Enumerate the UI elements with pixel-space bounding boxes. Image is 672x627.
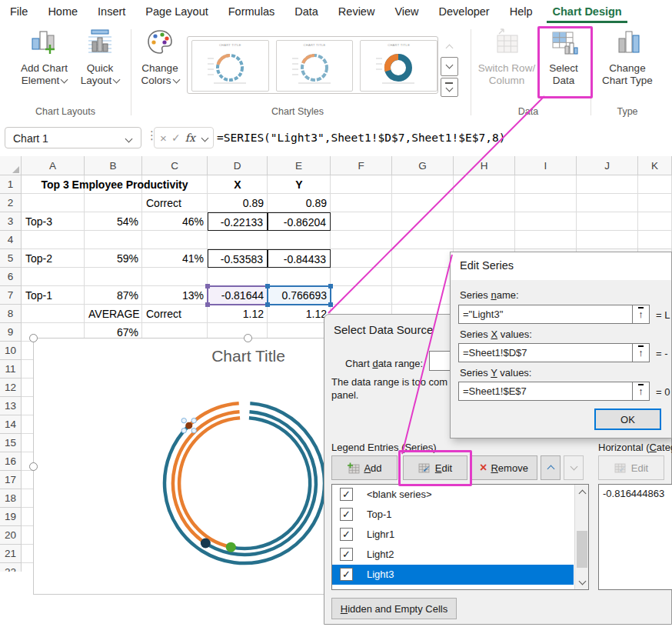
cell-D1[interactable]: X <box>208 175 268 194</box>
row-header-10[interactable]: 10 <box>0 342 22 360</box>
row-header-4[interactable]: 4 <box>0 231 22 249</box>
cell-A1[interactable]: Top 3 Employee Productivity <box>22 175 208 194</box>
gallery-down-button[interactable] <box>441 57 458 76</box>
horizontal-values-list[interactable]: -0.816444863 <box>598 484 672 590</box>
chart-handle-top-middle[interactable] <box>244 334 252 342</box>
row-header-6[interactable]: 6 <box>0 268 22 286</box>
series-list-item-light2[interactable]: ✓Light2 <box>332 545 574 565</box>
cell-B3[interactable]: 54% <box>85 212 142 231</box>
series-checkbox[interactable]: ✓ <box>340 568 353 581</box>
row-header-8[interactable]: 8 <box>0 305 22 323</box>
cell-E2[interactable]: 0.89 <box>268 194 331 212</box>
row-header-14[interactable]: 14 <box>0 415 22 434</box>
chart-data-range-input[interactable] <box>429 351 452 371</box>
menu-tab-formulas[interactable]: Formulas <box>218 0 284 23</box>
cell-E8[interactable]: 1.12 <box>268 305 331 323</box>
data-point-green[interactable] <box>226 542 236 552</box>
cell-D3[interactable]: -0.22133 <box>208 212 268 231</box>
cell-B7[interactable]: 87% <box>85 286 142 305</box>
column-header-A[interactable]: A <box>22 156 85 175</box>
series-list-item-lighr1[interactable]: ✓Lighr1 <box>332 525 574 545</box>
row-header-21[interactable]: 21 <box>0 545 22 563</box>
cell-A5[interactable]: Top-2 <box>22 249 85 268</box>
menu-tab-chart-design[interactable]: Chart Design <box>542 0 631 23</box>
enter-icon[interactable]: ✓ <box>171 132 181 144</box>
ok-button[interactable]: OK <box>594 409 661 430</box>
row-header-22[interactable]: 22 <box>0 563 22 572</box>
series-list-item-top-1[interactable]: ✓Top-1 <box>332 505 574 525</box>
cell-D2[interactable]: 0.89 <box>208 194 268 212</box>
series-list-item--blank-series-[interactable]: ✓<blank series> <box>332 485 574 505</box>
column-header-F[interactable]: F <box>331 156 392 175</box>
row-header-5[interactable]: 5 <box>0 249 22 268</box>
menu-tab-page-layout[interactable]: Page Layout <box>135 0 218 23</box>
column-header-G[interactable]: G <box>392 156 454 175</box>
row-header-9[interactable]: 9 <box>0 323 22 342</box>
row-header-18[interactable]: 18 <box>0 489 22 508</box>
cell-C7[interactable]: 13% <box>142 286 208 305</box>
row-header-1[interactable]: 1 <box>0 175 22 194</box>
chart-handle-left-middle[interactable] <box>29 462 38 471</box>
cell-D5[interactable]: -0.53583 <box>208 249 268 268</box>
scrollbar-down-icon[interactable] <box>579 578 587 585</box>
series-list-scrollbar[interactable] <box>574 485 588 589</box>
column-header-I[interactable]: I <box>515 156 577 175</box>
series-checkbox[interactable]: ✓ <box>340 508 353 521</box>
change-chart-type-button[interactable]: Change Chart Type <box>594 28 660 87</box>
menu-tab-data[interactable]: Data <box>284 0 328 23</box>
change-colors-button[interactable]: Change Colors <box>136 28 184 87</box>
row-header-13[interactable]: 13 <box>0 397 22 415</box>
cell-C8[interactable]: Correct <box>142 305 208 323</box>
menu-tab-help[interactable]: Help <box>500 0 543 23</box>
cell-E5[interactable]: -0.84433 <box>268 249 331 268</box>
menu-tab-insert[interactable]: Insert <box>88 0 135 23</box>
column-header-E[interactable]: E <box>268 156 331 175</box>
gallery-expand-button[interactable] <box>441 78 458 97</box>
row-header-2[interactable]: 2 <box>0 194 22 212</box>
hidden-and-empty-cells-button[interactable]: Hidden and Empty Cells <box>331 598 457 619</box>
gallery-up-button[interactable] <box>441 36 458 55</box>
menu-tab-developer[interactable]: Developer <box>429 0 500 23</box>
cell-E1[interactable]: Y <box>268 175 331 194</box>
cell-A7[interactable]: Top-1 <box>22 286 85 305</box>
insert-function-icon[interactable]: fx <box>185 132 195 144</box>
series-checkbox[interactable]: ✓ <box>340 548 353 561</box>
series-checkbox[interactable]: ✓ <box>340 528 353 541</box>
chevron-down-icon[interactable] <box>201 134 208 142</box>
select-all-corner[interactable] <box>0 156 22 175</box>
row-header-3[interactable]: 3 <box>0 212 22 231</box>
row-header-15[interactable]: 15 <box>0 434 22 452</box>
series-name-range-button[interactable]: ↑ <box>632 305 650 324</box>
data-point-navy[interactable] <box>201 538 211 548</box>
cell-B8[interactable]: AVERAGE <box>85 305 142 323</box>
column-header-C[interactable]: C <box>142 156 208 175</box>
name-box[interactable]: Chart 1 <box>5 127 141 148</box>
selection-handle[interactable] <box>328 284 333 288</box>
quick-layout-button[interactable]: Quick Layout <box>77 28 123 87</box>
selected-data-point[interactable] <box>185 422 192 429</box>
row-header-12[interactable]: 12 <box>0 379 22 397</box>
row-header-20[interactable]: 20 <box>0 526 22 545</box>
series-list[interactable]: ✓Light3✓Light2✓Lighr1✓Top-1✓<blank serie… <box>331 484 589 590</box>
chart-style-thumbnail-1[interactable]: CHART TITLE <box>191 40 269 92</box>
cell-A3[interactable]: Top-3 <box>22 212 85 231</box>
series-x-range-button[interactable]: ↑ <box>632 343 650 362</box>
add-button[interactable]: Add <box>331 455 398 480</box>
menu-tab-view[interactable]: View <box>384 0 428 23</box>
cell-B5[interactable]: 59% <box>85 249 142 268</box>
cancel-icon[interactable]: × <box>160 132 167 145</box>
selection-handle[interactable] <box>265 284 270 288</box>
column-header-J[interactable]: J <box>577 156 638 175</box>
scrollbar-thumb[interactable] <box>577 531 587 568</box>
series-checkbox[interactable]: ✓ <box>340 488 353 501</box>
column-header-H[interactable]: H <box>454 156 515 175</box>
row-header-7[interactable]: 7 <box>0 286 22 305</box>
series-x-input[interactable]: =Sheet1!$D$7 <box>458 343 633 362</box>
series-list-item-light3[interactable]: ✓Light3 <box>332 565 574 585</box>
series-y-input[interactable]: =Sheet1!$E$7 <box>458 382 633 401</box>
cell-C2[interactable]: Correct <box>142 194 208 212</box>
column-header-B[interactable]: B <box>85 156 142 175</box>
move-up-button[interactable] <box>541 455 561 480</box>
row-header-16[interactable]: 16 <box>0 452 22 471</box>
column-header-D[interactable]: D <box>208 156 268 175</box>
